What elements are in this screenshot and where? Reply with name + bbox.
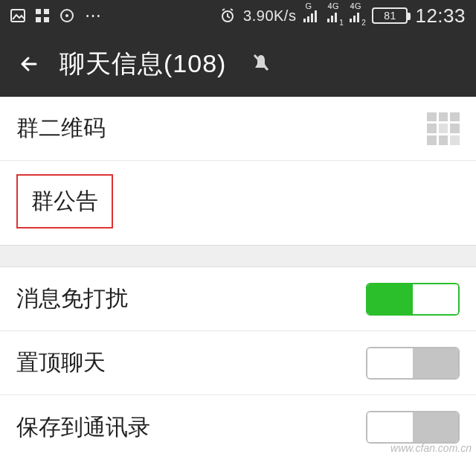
row-label: 群公告 <box>31 188 98 213</box>
back-button[interactable] <box>13 51 39 77</box>
row-label: 群二维码 <box>16 113 106 144</box>
row-mute-notifications: 消息免打扰 <box>0 267 476 331</box>
toggle-save-contacts[interactable] <box>366 411 460 444</box>
more-icon: ⋯ <box>85 6 102 25</box>
status-bar: ⋯ 3.90K/s G 4G 1 4G 2 81 12:33 <box>0 0 476 31</box>
toggle-pin[interactable] <box>366 347 460 380</box>
svg-point-6 <box>65 14 68 17</box>
svg-rect-12 <box>327 19 329 22</box>
row-group-announcement[interactable]: 群公告 <box>0 161 476 245</box>
signal-icon-3: 4G 2 <box>350 9 364 22</box>
row-label: 置顶聊天 <box>16 348 106 378</box>
svg-rect-10 <box>311 13 313 22</box>
svg-rect-11 <box>315 10 317 22</box>
clock-time: 12:33 <box>415 4 466 28</box>
page-title: 聊天信息(108) <box>60 47 226 81</box>
svg-rect-8 <box>303 19 306 22</box>
section-gap <box>0 245 476 267</box>
gallery-icon <box>10 9 25 22</box>
disc-icon <box>60 8 74 23</box>
mute-icon <box>250 51 272 77</box>
highlight-box: 群公告 <box>16 174 113 228</box>
battery-icon: 81 <box>372 7 408 24</box>
apps-icon <box>36 9 49 22</box>
qrcode-icon <box>427 112 460 145</box>
signal-icon-1: G <box>303 9 320 22</box>
svg-rect-1 <box>36 9 41 14</box>
section-group-info: 群二维码 群公告 <box>0 97 476 245</box>
row-label: 保存到通讯录 <box>16 412 150 443</box>
row-label: 消息免打扰 <box>16 284 128 314</box>
svg-rect-2 <box>44 9 49 14</box>
section-settings: 消息免打扰 置顶聊天 保存到通讯录 <box>0 267 476 457</box>
network-speed: 3.90K/s <box>243 7 296 25</box>
watermark: www.cfan.com.cn <box>390 442 472 454</box>
svg-rect-9 <box>307 16 309 22</box>
alarm-icon <box>219 7 236 24</box>
signal-icon-2: 4G 1 <box>327 9 342 22</box>
toggle-mute[interactable] <box>366 283 460 316</box>
svg-rect-14 <box>335 13 337 22</box>
row-pin-chat: 置顶聊天 <box>0 331 476 395</box>
svg-rect-16 <box>353 16 356 22</box>
svg-rect-13 <box>331 16 333 22</box>
svg-rect-3 <box>36 17 41 22</box>
svg-rect-17 <box>357 13 359 22</box>
row-group-qrcode[interactable]: 群二维码 <box>0 97 476 161</box>
svg-rect-4 <box>44 17 49 22</box>
svg-rect-15 <box>350 19 352 22</box>
title-bar: 聊天信息(108) <box>0 31 476 97</box>
